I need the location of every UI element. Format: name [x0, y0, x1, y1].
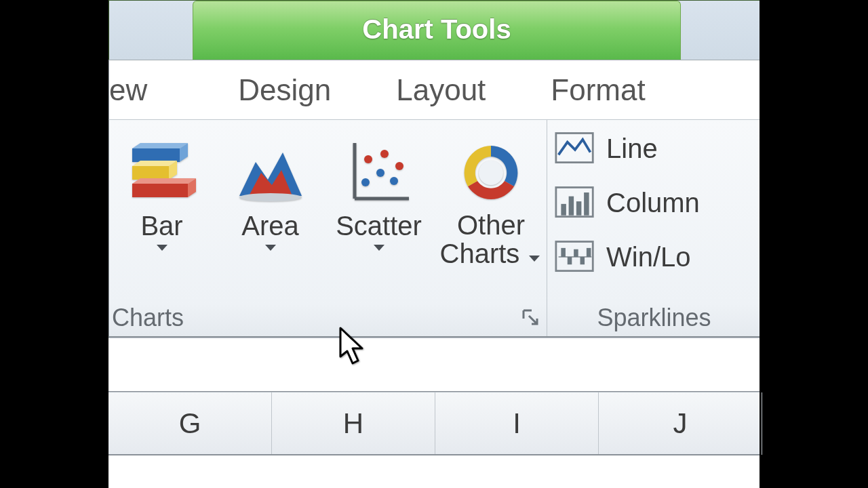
svg-point-20 [376, 169, 384, 177]
svg-point-16 [364, 155, 372, 163]
svg-rect-28 [569, 197, 574, 216]
column-header-row: G H I J [108, 392, 760, 455]
sparkline-line-button[interactable]: Line [553, 124, 757, 173]
sparkline-line-label: Line [606, 134, 658, 164]
sparkline-line-icon [553, 128, 597, 169]
svg-rect-34 [568, 257, 572, 264]
svg-marker-2 [132, 143, 188, 148]
bar-chart-icon [109, 125, 214, 207]
area-chart-icon [218, 125, 323, 207]
chart-type-other-dropdown[interactable]: OtherCharts [435, 125, 547, 268]
svg-point-21 [390, 177, 398, 185]
group-charts-label: Charts [109, 304, 184, 332]
svg-point-19 [361, 178, 370, 186]
worksheet-area[interactable] [108, 454, 760, 488]
svg-point-17 [380, 150, 389, 158]
group-charts: Bar Area [109, 120, 547, 336]
column-header-I[interactable]: I [435, 392, 599, 455]
svg-rect-35 [574, 249, 578, 257]
svg-marker-13 [265, 245, 276, 251]
column-header-H[interactable]: H [272, 392, 435, 455]
tab-format[interactable]: Format [532, 73, 664, 107]
svg-rect-36 [580, 257, 585, 264]
group-sparklines-label: Sparklines [548, 304, 760, 332]
chart-type-area-dropdown[interactable]: Area [218, 125, 323, 255]
chart-tools-contextual-tab: Chart Tools [193, 1, 681, 61]
area-label: Area [218, 211, 323, 241]
svg-marker-9 [157, 245, 167, 251]
svg-point-12 [239, 193, 302, 201]
chevron-down-icon [263, 243, 278, 255]
sparkline-winloss-icon [553, 237, 597, 277]
sparkline-winloss-button[interactable]: Win/Lo [553, 232, 757, 281]
svg-rect-27 [561, 204, 566, 216]
tab-view-partial[interactable]: ew [109, 73, 166, 107]
chart-type-scatter-dropdown[interactable]: Scatter [326, 125, 431, 255]
titlebar-strip: Chart Tools [108, 0, 760, 60]
svg-rect-29 [576, 201, 582, 216]
scatter-label: Scatter [326, 211, 431, 241]
chevron-down-icon [372, 243, 387, 255]
svg-point-23 [479, 161, 503, 185]
svg-marker-8 [132, 178, 196, 184]
ribbon-body: Bar Area [108, 119, 760, 338]
tab-design[interactable]: Design [219, 73, 350, 107]
sparkline-column-label: Column [606, 188, 700, 218]
formula-bar[interactable] [108, 338, 760, 392]
svg-rect-3 [132, 166, 169, 180]
excel-ribbon-crop: Chart Tools ew Design Layout Format [108, 0, 760, 488]
column-header-G[interactable]: G [108, 392, 272, 455]
chevron-down-icon [527, 239, 542, 268]
svg-rect-37 [587, 248, 591, 257]
svg-rect-6 [132, 184, 188, 197]
scatter-chart-icon [326, 125, 431, 207]
svg-marker-22 [374, 245, 384, 251]
tab-layout[interactable]: Layout [377, 73, 505, 107]
svg-rect-0 [132, 148, 180, 162]
svg-marker-24 [529, 256, 540, 262]
sparkline-winloss-label: Win/Lo [606, 242, 691, 272]
group-sparklines: Line Column [548, 120, 760, 336]
chart-tools-title: Chart Tools [362, 14, 511, 45]
chevron-down-icon [155, 243, 170, 255]
ribbon-tab-row: ew Design Layout Format [108, 60, 760, 119]
chart-type-bar-dropdown[interactable]: Bar [109, 125, 214, 255]
bar-label: Bar [109, 211, 214, 241]
svg-rect-30 [584, 192, 589, 216]
svg-point-18 [395, 162, 403, 170]
donut-chart-icon [435, 125, 547, 207]
column-header-J[interactable]: J [599, 392, 762, 455]
sparkline-column-button[interactable]: Column [553, 178, 757, 227]
sparkline-column-icon [553, 182, 597, 223]
dialog-launcher-icon[interactable] [522, 309, 540, 327]
other-charts-text: OtherCharts [440, 210, 525, 268]
other-charts-label: OtherCharts [435, 211, 547, 268]
svg-rect-33 [561, 248, 566, 257]
